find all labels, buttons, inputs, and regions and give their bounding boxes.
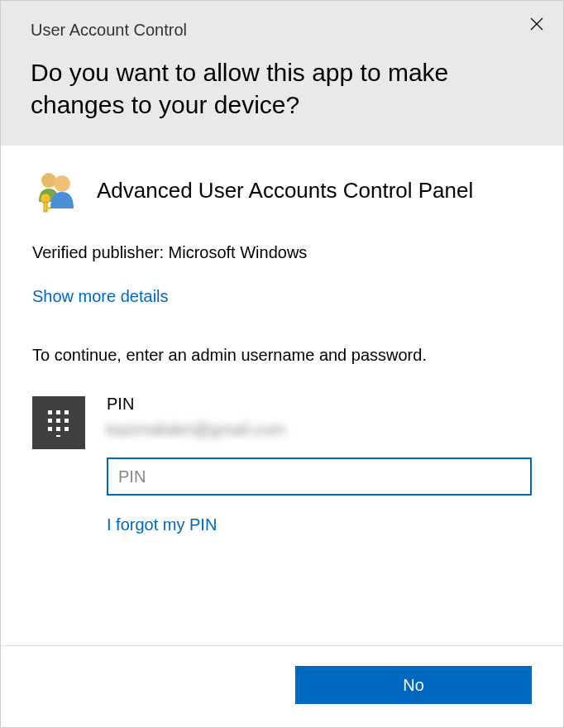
close-button[interactable] xyxy=(523,11,550,37)
account-name-obscured: kazimaliakri@gmail.com xyxy=(107,420,532,439)
svg-rect-6 xyxy=(56,410,60,414)
svg-rect-8 xyxy=(48,419,52,423)
svg-rect-5 xyxy=(48,410,52,414)
app-name: Advanced User Accounts Control Panel xyxy=(97,178,473,204)
svg-rect-13 xyxy=(65,427,69,431)
dialog-content: Advanced User Accounts Control Panel Ver… xyxy=(1,146,563,645)
svg-rect-10 xyxy=(65,419,69,423)
svg-rect-7 xyxy=(65,410,69,414)
svg-point-1 xyxy=(54,175,70,192)
uac-title: User Account Control xyxy=(31,21,533,40)
credential-row: PIN kazimaliakri@gmail.com I forgot my P… xyxy=(32,395,532,534)
svg-rect-4 xyxy=(47,207,50,209)
pin-pad-icon xyxy=(32,396,85,449)
app-icon xyxy=(32,167,79,213)
pin-label: PIN xyxy=(107,395,532,414)
no-button[interactable]: No xyxy=(295,666,532,704)
dialog-header: User Account Control Do you want to allo… xyxy=(1,1,563,146)
svg-rect-3 xyxy=(44,202,47,212)
pin-input[interactable] xyxy=(107,457,532,496)
continue-instruction: To continue, enter an admin username and… xyxy=(32,346,532,365)
uac-dialog: User Account Control Do you want to allo… xyxy=(0,0,564,728)
svg-rect-12 xyxy=(56,427,60,431)
svg-rect-9 xyxy=(56,419,60,423)
forgot-pin-link[interactable]: I forgot my PIN xyxy=(107,515,217,534)
svg-rect-14 xyxy=(56,435,60,437)
svg-rect-11 xyxy=(48,427,52,431)
verified-publisher: Verified publisher: Microsoft Windows xyxy=(32,243,532,262)
close-icon xyxy=(530,17,543,31)
uac-question: Do you want to allow this app to make ch… xyxy=(31,56,533,121)
app-row: Advanced User Accounts Control Panel xyxy=(32,167,532,213)
dialog-footer: No xyxy=(1,645,563,727)
show-more-details-link[interactable]: Show more details xyxy=(32,287,169,306)
credential-fields: PIN kazimaliakri@gmail.com I forgot my P… xyxy=(107,395,532,534)
